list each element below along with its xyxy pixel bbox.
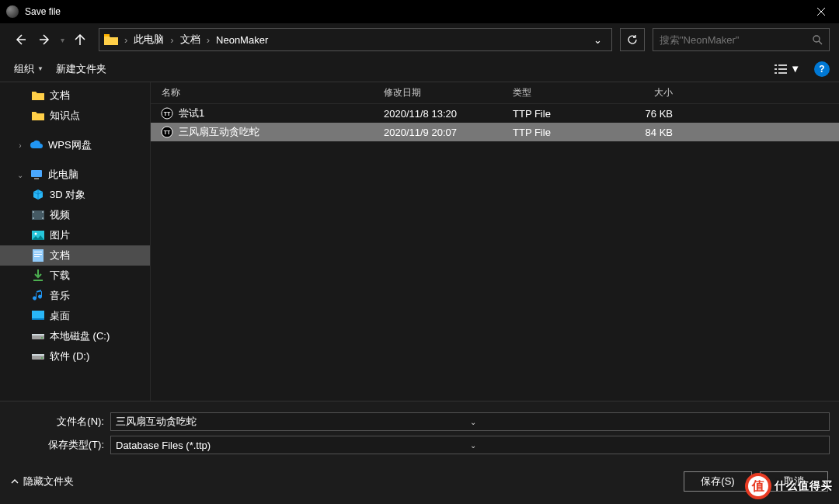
sidebar-item-label: 此电脑 (48, 168, 78, 182)
view-options-button[interactable]: ▼ (770, 60, 805, 78)
up-button[interactable] (69, 29, 91, 50)
sidebar-item[interactable]: 3D 对象 (0, 185, 150, 205)
sidebar-item-label: 图片 (50, 228, 70, 242)
hide-folders-label: 隐藏文件夹 (23, 474, 74, 488)
drive-icon (31, 330, 45, 342)
sidebar-item[interactable]: 图片 (0, 225, 150, 245)
new-folder-button[interactable]: 新建文件夹 (51, 59, 111, 79)
sidebar-item[interactable]: 本地磁盘 (C:) (0, 326, 150, 346)
sidebar-item-label: 软件 (D:) (50, 349, 89, 363)
filetype-select[interactable]: Database Files (*.ttp) ⌄ (110, 436, 830, 454)
nav-bar: ▾ › 此电脑 › 文档 › NeonMaker ⌄ (0, 23, 839, 56)
svg-point-26 (41, 337, 43, 339)
svg-rect-22 (32, 311, 44, 318)
svg-point-1 (813, 36, 820, 42)
sidebar-item[interactable]: 视频 (0, 205, 150, 225)
file-name: 尝试1 (179, 106, 384, 120)
column-type[interactable]: 类型 (513, 86, 617, 99)
svg-point-29 (41, 357, 43, 359)
svg-rect-0 (104, 34, 110, 36)
file-icon: TT (160, 106, 174, 120)
3d-icon (31, 189, 45, 201)
column-name[interactable]: 名称 (151, 86, 384, 99)
save-button[interactable]: 保存(S) (684, 471, 752, 492)
forward-button[interactable] (34, 29, 56, 50)
svg-rect-11 (33, 211, 34, 213)
svg-rect-21 (33, 280, 43, 281)
refresh-button[interactable] (620, 28, 645, 51)
file-row[interactable]: TT尝试12020/11/8 13:20TTP File76 KB (151, 104, 839, 123)
svg-rect-5 (778, 68, 787, 70)
svg-rect-7 (778, 72, 787, 74)
breadcrumb-docs[interactable]: 文档 (176, 33, 205, 47)
chevron-right-icon[interactable]: › (123, 34, 129, 46)
svg-point-16 (35, 233, 37, 235)
column-date[interactable]: 修改日期 (384, 86, 513, 99)
sidebar-item-label: WPS网盘 (48, 138, 92, 152)
chevron-up-icon (11, 478, 19, 485)
organize-menu[interactable]: 组织 ▼ (9, 59, 48, 79)
sidebar-item[interactable]: 音乐 (0, 286, 150, 306)
file-row[interactable]: TT三风扇互动贪吃蛇2020/11/9 20:07TTP File84 KB (151, 123, 839, 141)
save-fields: 文件名(N): 三风扇互动贪吃蛇 ⌄ 保存类型(T): Database Fil… (0, 401, 839, 464)
expand-icon[interactable]: › (16, 141, 25, 150)
svg-text:TT: TT (164, 111, 171, 116)
chevron-right-icon[interactable]: › (169, 34, 175, 46)
hide-folders-toggle[interactable]: 隐藏文件夹 (11, 474, 74, 488)
chevron-down-icon[interactable]: ⌄ (470, 441, 824, 450)
sidebar-item-label: 3D 对象 (50, 188, 85, 202)
breadcrumb-pc[interactable]: 此电脑 (129, 33, 169, 47)
chevron-down-icon: ▼ (790, 63, 800, 75)
expand-icon[interactable]: ⌄ (16, 171, 25, 179)
sidebar-item[interactable]: ⌄此电脑 (0, 165, 150, 185)
chevron-down-icon: ▼ (37, 65, 44, 72)
sidebar-item-label: 桌面 (50, 309, 70, 323)
address-dropdown[interactable]: ⌄ (587, 34, 608, 46)
sidebar-item[interactable]: 下载 (0, 266, 150, 286)
desktop-icon (31, 310, 45, 322)
sidebar-item[interactable]: ›WPS网盘 (0, 135, 150, 155)
breadcrumb-current[interactable]: NeonMaker (211, 34, 273, 46)
svg-rect-19 (34, 254, 42, 255)
sidebar-item[interactable]: 知识点 (0, 106, 150, 126)
column-size[interactable]: 大小 (617, 86, 679, 99)
cancel-button[interactable]: 取消 (760, 471, 828, 492)
window-title: Save file (25, 6, 803, 17)
music-icon (31, 290, 45, 302)
svg-rect-9 (34, 178, 39, 179)
folder-icon (104, 34, 118, 45)
svg-rect-2 (775, 64, 777, 66)
filename-value: 三风扇互动贪吃蛇 (116, 415, 470, 429)
chevron-right-icon[interactable]: › (205, 34, 211, 46)
video-icon (31, 209, 45, 221)
filetype-label: 保存类型(T): (9, 438, 110, 452)
cloud-icon (30, 139, 44, 151)
sidebar-item-label: 视频 (50, 208, 70, 222)
sidebar-item[interactable]: 软件 (D:) (0, 346, 150, 367)
filename-input[interactable]: 三风扇互动贪吃蛇 ⌄ (110, 412, 830, 431)
nav-history-dropdown[interactable]: ▾ (61, 36, 64, 44)
close-button[interactable] (803, 0, 839, 23)
svg-rect-3 (778, 64, 787, 66)
sidebar-item-label: 文档 (50, 249, 70, 262)
search-box[interactable] (653, 28, 830, 51)
svg-rect-17 (33, 249, 44, 262)
app-icon (6, 5, 19, 18)
column-headers[interactable]: 名称 修改日期 类型 大小 (151, 82, 839, 104)
file-list[interactable]: TT尝试12020/11/8 13:20TTP File76 KBTT三风扇互动… (151, 104, 839, 401)
sidebar-tree[interactable]: 文档知识点›WPS网盘⌄此电脑3D 对象视频图片文档下载音乐桌面本地磁盘 (C:… (0, 82, 151, 401)
search-icon[interactable] (812, 34, 823, 45)
filetype-value: Database Files (*.ttp) (116, 440, 470, 451)
sidebar-item-label: 下载 (50, 269, 70, 283)
sidebar-item[interactable]: 文档 (0, 85, 150, 106)
chevron-down-icon[interactable]: ⌄ (470, 418, 824, 426)
sidebar-item[interactable]: 桌面 (0, 306, 150, 326)
sidebar-item[interactable]: 文档 (0, 245, 150, 266)
pictures-icon (31, 229, 45, 242)
address-bar[interactable]: › 此电脑 › 文档 › NeonMaker ⌄ (99, 28, 612, 51)
back-button[interactable] (9, 29, 31, 50)
search-input[interactable] (660, 34, 812, 46)
svg-rect-14 (42, 217, 44, 219)
help-button[interactable]: ? (814, 61, 830, 77)
svg-rect-6 (775, 72, 777, 74)
